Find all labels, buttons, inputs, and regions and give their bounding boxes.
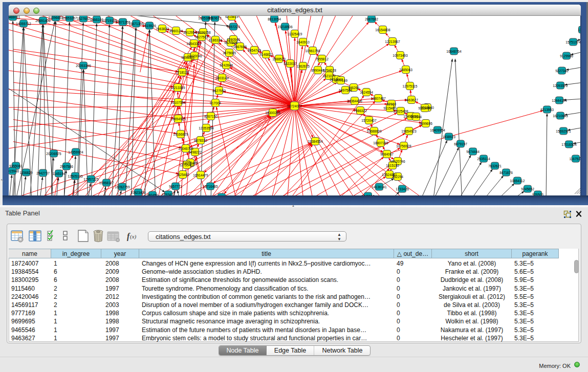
svg-text:9527508: 9527508	[224, 41, 237, 45]
svg-text:12353594: 12353594	[199, 126, 214, 130]
svg-text:1621072: 1621072	[322, 74, 336, 78]
svg-text:16543362: 16543362	[186, 42, 202, 46]
svg-text:12213967: 12213967	[385, 40, 400, 43]
svg-text:1640910: 1640910	[296, 40, 310, 44]
svg-text:15716485: 15716485	[203, 185, 218, 188]
svg-text:20206575: 20206575	[46, 152, 61, 156]
svg-text:15720407: 15720407	[361, 119, 377, 122]
svg-text:15751074: 15751074	[565, 40, 580, 44]
svg-text:23420046: 23420046	[187, 54, 202, 58]
svg-text:9777169: 9777169	[334, 79, 347, 82]
svg-text:954144: 954144	[410, 115, 422, 119]
svg-text:9474444: 9474444	[466, 150, 480, 154]
svg-text:10923406: 10923406	[130, 191, 146, 194]
svg-text:12975115: 12975115	[403, 84, 418, 88]
svg-text:11958117: 11958117	[99, 181, 114, 185]
svg-text:11325419: 11325419	[288, 32, 302, 36]
svg-text:17359924: 17359924	[68, 150, 83, 154]
svg-text:6879197: 6879197	[454, 142, 467, 146]
svg-text:12093572: 12093572	[553, 84, 568, 87]
svg-text:16914479: 16914479	[193, 173, 208, 177]
svg-text:10025438: 10025438	[393, 110, 408, 113]
svg-text:9113400: 9113400	[418, 106, 431, 110]
svg-text:10973493: 10973493	[393, 54, 408, 57]
svg-text:20364436: 20364436	[347, 99, 362, 103]
svg-text:1733426: 1733426	[396, 187, 409, 191]
svg-text:16782759: 16782759	[115, 185, 130, 189]
svg-text:1145194: 1145194	[52, 172, 66, 176]
svg-text:10756928: 10756928	[396, 144, 411, 148]
svg-text:9699695: 9699695	[419, 122, 432, 125]
svg-text:2997586: 2997586	[60, 165, 73, 168]
svg-text:11173: 11173	[578, 28, 580, 32]
svg-text:7955812: 7955812	[315, 57, 329, 61]
svg-text:17016504: 17016504	[561, 143, 577, 146]
svg-text:14055712: 14055712	[16, 22, 31, 26]
svg-text:2935114: 2935114	[477, 157, 490, 161]
svg-text:16671355: 16671355	[128, 22, 144, 26]
svg-text:19384554: 19384554	[308, 140, 323, 143]
svg-text:992450: 992450	[147, 193, 158, 196]
svg-text:976503: 976503	[532, 193, 543, 196]
svg-text:19654925: 19654925	[170, 117, 186, 121]
svg-text:3915948: 3915948	[9, 169, 19, 173]
svg-text:9242848: 9242848	[220, 63, 233, 67]
svg-text:917004: 917004	[210, 101, 221, 105]
svg-text:15692971: 15692971	[556, 129, 571, 133]
svg-text:7986322: 7986322	[354, 109, 367, 113]
svg-text:6466160: 6466160	[90, 18, 103, 21]
svg-text:2942737: 2942737	[36, 171, 50, 175]
svg-text:9129966: 9129966	[560, 54, 573, 58]
svg-text:62160: 62160	[387, 102, 397, 106]
svg-text:9463627: 9463627	[405, 98, 418, 102]
svg-text:6498222: 6498222	[188, 150, 202, 154]
svg-text:14136141: 14136141	[372, 185, 387, 189]
svg-text:20488011: 20488011	[9, 16, 20, 19]
svg-text:12213369: 12213369	[170, 86, 185, 90]
svg-text:1156829: 1156829	[19, 171, 33, 174]
svg-text:1527602: 1527602	[77, 17, 90, 20]
svg-text:19218506: 19218506	[277, 25, 293, 29]
svg-text:9245652: 9245652	[521, 187, 534, 191]
svg-text:7485063: 7485063	[399, 68, 412, 72]
svg-text:1971640: 1971640	[215, 195, 228, 196]
svg-text:20691406: 20691406	[35, 19, 51, 23]
svg-text:252254: 252254	[392, 175, 403, 179]
svg-text:9115460: 9115460	[383, 106, 397, 110]
svg-text:8427552: 8427552	[212, 89, 226, 93]
svg-text:16210643: 16210643	[553, 114, 568, 118]
svg-text:19654923: 19654923	[401, 129, 417, 133]
svg-text:1615152: 1615152	[386, 164, 399, 167]
svg-text:9527503: 9527503	[195, 35, 208, 39]
svg-text:8471676: 8471676	[499, 171, 513, 174]
svg-text:7632621: 7632621	[488, 164, 502, 168]
svg-text:7663822: 7663822	[156, 27, 169, 31]
svg-text:8454749: 8454749	[248, 49, 261, 52]
svg-text:8213953: 8213953	[540, 108, 554, 112]
svg-text:9084067: 9084067	[380, 152, 394, 156]
svg-text:18724007: 18724007	[287, 104, 302, 108]
svg-text:16154808: 16154808	[375, 28, 390, 32]
svg-text:1938923: 1938923	[442, 135, 455, 139]
svg-text:5322037: 5322037	[284, 62, 297, 65]
svg-text:7625402: 7625402	[176, 173, 189, 177]
svg-text:9657771: 9657771	[169, 185, 182, 188]
svg-text:9245012: 9245012	[361, 194, 375, 196]
svg-text:12505135: 12505135	[68, 174, 83, 178]
svg-text:1280546: 1280546	[227, 38, 240, 41]
svg-text:8267150: 8267150	[204, 115, 217, 118]
svg-text:8912954: 8912954	[183, 31, 197, 34]
svg-text:8186328: 8186328	[209, 38, 222, 42]
svg-text:1362615: 1362615	[296, 64, 310, 68]
svg-text:6794028: 6794028	[323, 69, 336, 72]
svg-text:3624554: 3624554	[360, 91, 373, 94]
svg-text:2087682: 2087682	[365, 17, 378, 21]
svg-text:10653267: 10653267	[62, 16, 77, 20]
svg-text:19166829: 19166829	[173, 133, 188, 136]
svg-text:16046766: 16046766	[178, 147, 193, 150]
svg-text:10654112: 10654112	[510, 179, 525, 183]
svg-text:10107554: 10107554	[170, 101, 186, 104]
svg-text:18807249: 18807249	[373, 141, 388, 145]
svg-text:18300295: 18300295	[265, 111, 280, 115]
svg-text:7857224: 7857224	[227, 25, 240, 29]
